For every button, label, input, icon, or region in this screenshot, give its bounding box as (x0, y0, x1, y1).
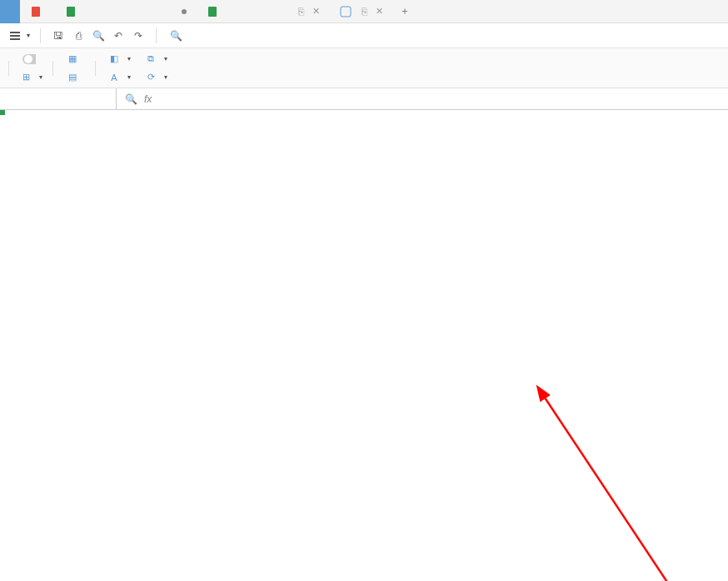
color-icon: ◧ (107, 53, 121, 66)
menubar: ▾ 🖫 ⎙ 🔍 ↶ ↷ 🔍 (0, 23, 728, 48)
doc-icon (30, 6, 42, 18)
chevron-down-icon: ▾ (127, 73, 131, 81)
hamburger-icon (10, 32, 20, 40)
tab-workbook1[interactable] (55, 0, 197, 23)
dirty-dot-icon (182, 9, 187, 14)
separator (52, 61, 53, 76)
formula-bar: 🔍 fx (0, 88, 728, 110)
chevron-down-icon: ▾ (164, 73, 167, 81)
ribbon-rotate[interactable]: ⟳ ▾ (139, 68, 172, 87)
chevron-down-icon: ▾ (164, 55, 167, 63)
search-icon: 🔍 (170, 30, 182, 42)
active-cell[interactable] (0, 110, 3, 113)
cell-reference-input[interactable] (0, 88, 116, 109)
ribbon-group[interactable]: ⧉ ▾ (139, 50, 172, 68)
svg-rect-1 (67, 7, 75, 17)
xls-icon (207, 6, 218, 18)
redo-icon[interactable]: ↷ (131, 28, 146, 43)
web-icon (340, 6, 352, 18)
annotation-arrow (533, 385, 725, 581)
break-icon: ⊞ (19, 71, 32, 84)
svg-rect-3 (341, 7, 351, 17)
tab-department[interactable]: ⎘ ✕ (197, 0, 330, 23)
spreadsheet-grid[interactable] (0, 110, 728, 581)
chevron-down-icon: ▾ (127, 55, 131, 63)
quick-access: 🖫 ⎙ 🔍 ↶ ↷ (46, 28, 151, 43)
svg-point-5 (24, 55, 32, 63)
search-icon[interactable]: 🔍 (125, 93, 137, 105)
pin-icon[interactable]: ⎘ (298, 6, 304, 18)
print-icon[interactable]: ⎙ (71, 28, 86, 43)
headerfooter-icon: ▤ (66, 71, 79, 84)
ribbon-showbreak[interactable] (14, 50, 47, 68)
ribbon-font[interactable]: A ▾ (102, 68, 136, 87)
document-tabbar: ⎘ ✕ ⎘ ✕ ＋ (0, 0, 728, 23)
separator (156, 28, 157, 43)
close-icon[interactable]: ✕ (312, 6, 320, 17)
xls-icon (65, 6, 77, 18)
tab-web[interactable]: ⎘ ✕ (330, 0, 393, 23)
fx-icon[interactable]: fx (144, 93, 152, 105)
ribbon-insertbreak[interactable]: ⊞ ▾ (14, 68, 47, 87)
tab-home[interactable] (0, 0, 20, 23)
titles-icon: ▦ (66, 53, 79, 66)
ribbon-headerfooter[interactable]: ▤ (60, 68, 88, 87)
preview-icon[interactable]: 🔍 (91, 28, 106, 43)
svg-rect-2 (208, 7, 217, 17)
rotate-icon: ⟳ (144, 71, 157, 84)
ribbon-color[interactable]: ◧ ▾ (102, 50, 136, 68)
undo-icon[interactable]: ↶ (111, 28, 126, 43)
search-button[interactable]: 🔍 (170, 30, 186, 42)
chevron-down-icon: ▾ (39, 73, 42, 81)
chevron-down-icon: ▾ (27, 32, 30, 39)
file-menu[interactable]: ▾ (5, 30, 35, 42)
svg-line-6 (543, 395, 708, 581)
fx-box: 🔍 fx (117, 93, 160, 105)
separator (40, 28, 41, 43)
separator (95, 61, 96, 76)
separator (8, 61, 9, 76)
ribbon: ⊞ ▾ ▦ ▤ ◧ ▾ A ▾ ⧉ (0, 48, 728, 88)
name-box[interactable] (0, 88, 117, 109)
formula-input[interactable] (160, 88, 728, 109)
tab-template[interactable] (20, 0, 55, 23)
font-icon: A (107, 71, 121, 84)
new-tab-button[interactable]: ＋ (393, 4, 416, 18)
pin-icon[interactable]: ⎘ (362, 6, 367, 18)
toggle-icon (22, 53, 36, 66)
save-icon[interactable]: 🖫 (51, 28, 66, 43)
close-icon[interactable]: ✕ (376, 6, 383, 17)
group-icon: ⧉ (144, 53, 157, 66)
svg-rect-0 (32, 7, 40, 17)
ribbon-titles[interactable]: ▦ (60, 50, 88, 68)
